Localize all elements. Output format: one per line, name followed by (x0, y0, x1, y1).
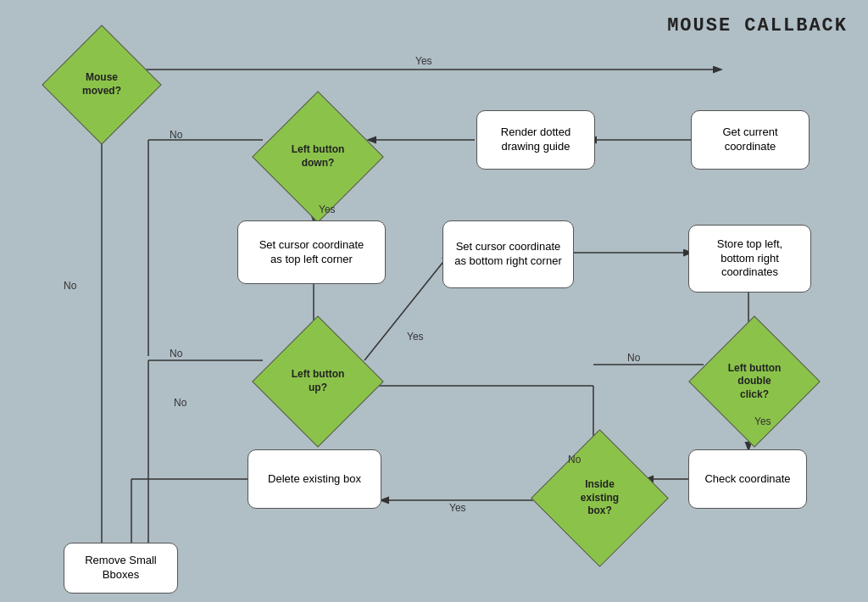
render-guide-box: Render dotted drawing guide (476, 110, 595, 170)
yes-label-dbl: Yes (754, 415, 771, 427)
inside-box-label: Inside existing box? (581, 478, 619, 518)
no-label-left-down: No (170, 129, 182, 141)
left-button-dbl-label: Left button double click? (728, 362, 782, 402)
left-button-down-label: Left button down? (292, 143, 345, 170)
set-bottom-right-box: Set cursor coordinate as bottom right co… (442, 220, 574, 288)
no-label-dbl: No (627, 352, 640, 364)
left-button-down-diamond: Left button down? (271, 110, 364, 203)
no-label-mouse: No (64, 280, 76, 292)
inside-box-diamond: Inside existing box? (551, 449, 648, 547)
left-button-up-label: Left button up? (292, 368, 345, 394)
check-coord-box: Check coordinate (688, 449, 807, 509)
set-top-left-box: Set cursor coordinate as top left corner (237, 220, 386, 284)
yes-label-up-right: Yes (407, 331, 424, 343)
yes-label-top: Yes (415, 55, 432, 67)
yes-label-down: Yes (319, 203, 336, 215)
delete-box-box: Delete existing box (248, 449, 381, 509)
mouse-moved-diamond: Mouse moved? (59, 42, 144, 127)
no-label-left-up: No (170, 348, 182, 360)
get-coord-box: Get current coordinate (691, 110, 810, 170)
page-title: MOUSE CALLBACK (667, 15, 848, 36)
remove-small-box: Remove Small Bboxes (64, 543, 178, 594)
left-button-dbl-diamond: Left button double click? (708, 335, 801, 428)
left-button-up-diamond: Left button up? (271, 335, 364, 428)
store-coords-box: Store top left, bottom right coordinates (688, 225, 811, 293)
yes-label-inside: Yes (449, 502, 466, 514)
no-label-delete: No (174, 397, 186, 409)
mouse-moved-label: Mouse moved? (82, 71, 121, 98)
no-label-inside: No (568, 454, 581, 465)
